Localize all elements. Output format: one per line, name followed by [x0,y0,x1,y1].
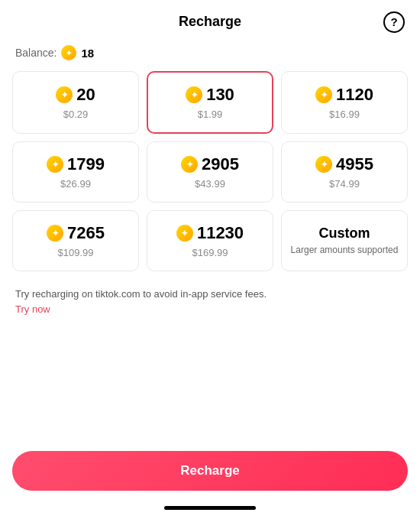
balance-coin-icon: ✦ [61,45,76,60]
bottom-bar [0,506,420,519]
card-price: $26.99 [60,178,91,190]
card-custom[interactable]: Custom Larger amounts supported [281,210,408,271]
card-coins: 7265 [67,223,105,243]
custom-title: Custom [319,225,370,242]
card-coin-icon: ✦ [315,156,332,173]
card-coin-icon: ✦ [47,156,63,173]
balance-label: Balance: [15,47,57,59]
card-coins: 4955 [336,154,373,174]
home-indicator [164,506,256,510]
card-price: $16.99 [329,109,360,120]
card-coins: 11230 [197,223,244,243]
header: Recharge ? [0,0,420,39]
card-coin-icon: ✦ [181,156,198,173]
card-coin-row: ✦ 20 [56,85,95,105]
card-coins: 20 [76,85,95,105]
card-coin-row: ✦ 7265 [47,223,105,243]
card-coin-icon: ✦ [56,86,73,103]
card-coins: 1799 [67,154,105,174]
card-130[interactable]: ✦ 130 $1.99 [147,71,273,134]
card-20[interactable]: ✦ 20 $0.29 [12,71,139,134]
card-price: $109.99 [58,247,94,258]
balance-row: Balance: ✦ 18 [0,39,420,71]
help-button[interactable]: ? [383,11,405,33]
card-11230[interactable]: ✦ 11230 $169.99 [147,210,273,271]
card-coin-row: ✦ 11230 [176,223,244,243]
page-title: Recharge [179,14,241,30]
card-coin-row: ✦ 1799 [47,154,105,174]
coin-cards-grid: ✦ 20 $0.29 ✦ 130 $1.99 ✦ 1120 $16.99 ✦ [0,71,420,271]
card-price: $43.99 [195,178,225,190]
custom-subtitle: Larger amounts supported [291,245,399,257]
card-coins: 1120 [336,85,373,105]
card-coin-icon: ✦ [176,225,193,242]
card-coin-icon: ✦ [315,86,332,103]
card-price: $74.99 [329,178,360,190]
card-coin-icon: ✦ [47,225,63,242]
card-7265[interactable]: ✦ 7265 $109.99 [12,210,139,271]
info-text: Try recharging on tiktok.com to avoid in… [15,288,267,300]
card-price: $0.29 [63,109,89,120]
card-1799[interactable]: ✦ 1799 $26.99 [12,141,139,203]
card-coin-row: ✦ 4955 [315,154,373,174]
card-coins: 2905 [202,154,239,174]
info-section: Try recharging on tiktok.com to avoid in… [0,271,420,451]
card-2905[interactable]: ✦ 2905 $43.99 [147,141,273,203]
card-coin-row: ✦ 130 [186,85,234,105]
card-4955[interactable]: ✦ 4955 $74.99 [281,141,408,203]
card-coin-icon: ✦ [186,86,202,103]
card-price: $169.99 [192,247,228,258]
card-coins: 130 [206,85,234,105]
recharge-button-label: Recharge [180,463,239,478]
card-coin-row: ✦ 2905 [181,154,239,174]
card-price: $1.99 [198,109,223,120]
help-icon-label: ? [390,15,397,28]
card-1120[interactable]: ✦ 1120 $16.99 [281,71,408,134]
recharge-button[interactable]: Recharge [12,451,408,491]
try-now-link[interactable]: Try now [15,303,405,315]
balance-amount: 18 [81,47,94,60]
card-coin-row: ✦ 1120 [315,85,373,105]
